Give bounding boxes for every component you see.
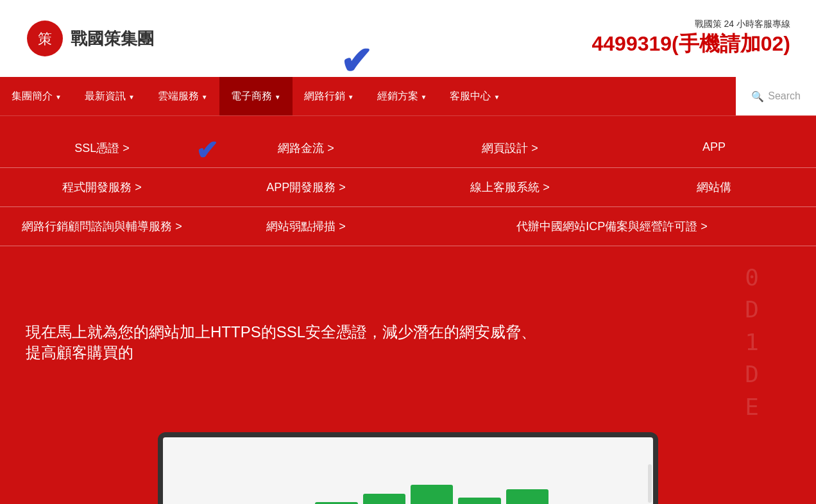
checkmark-large-decoration: ✔ [340,38,372,83]
scrollbar[interactable] [648,464,652,503]
chart-bar-4 [411,485,453,504]
dropdown-item-livechat[interactable]: 線上客服系統 > [408,168,612,207]
nav-item-support[interactable]: 客服中心 ▼ [438,77,511,115]
dropdown-item-app-store[interactable]: APP [612,129,816,168]
dropdown-item-icp[interactable]: 代辦中國網站ICP備案與經營許可證 > [408,207,816,246]
nav-item-cloud[interactable]: 雲端服務 ▼ [146,77,219,115]
chevron-down-icon: ▼ [421,94,427,101]
nav-item-news[interactable]: 最新資訊 ▼ [73,77,146,115]
hero-section: 現在馬上就為您的網站加上HTTPS的SSL安全憑證，減少潛在的網安威脅、提高顧客… [0,259,816,426]
dropdown-item-webdesign[interactable]: 網頁設計 > [408,129,612,168]
search-icon: 🔍 [751,90,764,103]
chevron-down-icon: ▼ [275,94,281,101]
header-right: 戰國策 24 小時客服專線 4499319(手機請加02) [592,19,790,58]
dropdown-item-ssl[interactable]: SSL憑證 > [0,129,204,168]
chart-bar-3 [363,494,405,504]
chart-bar-5 [458,498,500,504]
checkmark-small-decoration: ✔ [196,135,218,166]
laptop-screen [163,437,653,504]
chevron-down-icon: ▼ [128,94,135,101]
logo-area[interactable]: 策 戰國策集團 [26,19,154,58]
screen-chart [261,475,555,504]
dropdown-item-seo[interactable]: 網路行銷顧問諮詢與輔導服務 > [0,207,204,246]
search-button[interactable]: 🔍 Search [736,77,816,115]
laptop-outer [158,432,658,504]
hotline-label: 戰國策 24 小時客服專線 [592,19,790,30]
hero-bg-decoration: 130 D1 DE 87 [688,259,816,426]
dropdown-item-dev[interactable]: 程式開發服務 > [0,168,204,207]
chevron-down-icon: ▼ [55,94,62,101]
logo-icon: 策 [26,19,64,58]
nav-item-about[interactable]: 集團簡介 ▼ [0,77,73,115]
chart-bar-6 [506,489,548,504]
dropdown-item-appdev[interactable]: APP開發服務 > [204,168,408,207]
dropdown-item-website-tool[interactable]: 網站傋 [612,168,816,207]
nav-item-ecommerce[interactable]: 電子商務 ▼ [219,77,293,115]
hotline-number: 4499319(手機請加02) [592,30,790,58]
dropdown-item-payment[interactable]: 網路金流 > [204,129,408,168]
logo-text: 戰國策集團 [71,28,154,50]
hero-text: 現在馬上就為您的網站加上HTTPS的SSL安全憑證，減少潛在的網安威脅、提高顧客… [0,303,577,382]
svg-text:策: 策 [38,31,52,47]
dropdown-grid: SSL憑證 > 網路金流 > 網頁設計 > APP 程式開發服務 > APP開發… [0,115,816,259]
dropdown-menu: ✔ SSL憑證 > 網路金流 > 網頁設計 > APP 程式開發服務 > APP… [0,115,816,259]
chevron-down-icon: ▼ [201,94,208,101]
chevron-down-icon: ▼ [493,94,500,101]
dropdown-item-scan[interactable]: 網站弱點掃描 > [204,207,408,246]
navbar-container: 集團簡介 ▼ 最新資訊 ▼ 雲端服務 ▼ 電子商務 ▼ 網路行銷 ▼ 經銷方案 … [0,77,816,259]
main-navbar: 集團簡介 ▼ 最新資訊 ▼ 雲端服務 ▼ 電子商務 ▼ 網路行銷 ▼ 經銷方案 … [0,77,816,115]
nav-item-dealer[interactable]: 經銷方案 ▼ [366,77,439,115]
chevron-down-icon: ▼ [348,94,354,101]
laptop-mockup-area [0,426,816,504]
site-header: 策 戰國策集團 ✔ 戰國策 24 小時客服專線 4499319(手機請加02) [0,0,816,77]
